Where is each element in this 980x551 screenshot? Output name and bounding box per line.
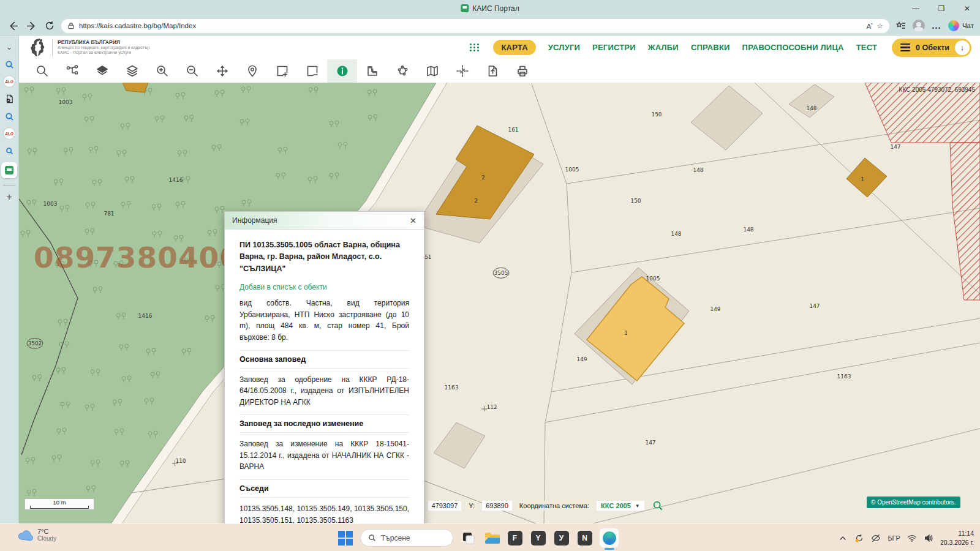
forward-button[interactable] bbox=[24, 19, 38, 32]
add-to-objects-link[interactable]: Добави в списък с обекти bbox=[239, 283, 409, 291]
taskbar-clock[interactable]: 11:14 20.3.2026 г. bbox=[940, 529, 974, 546]
sidebar-document-icon[interactable] bbox=[3, 92, 15, 105]
svg-text:161: 161 bbox=[508, 127, 518, 133]
section-last-amendment: Заповед за последно изменение Заповед за… bbox=[239, 414, 409, 473]
add-extent-tool-button[interactable] bbox=[267, 59, 297, 83]
coordinates-tool-button[interactable] bbox=[447, 59, 477, 83]
copilot-button[interactable]: Чат bbox=[948, 20, 974, 31]
overview-map-tool-button[interactable] bbox=[417, 59, 447, 83]
nav-zhalbi[interactable]: ЖАЛБИ bbox=[648, 43, 679, 52]
app-n-icon: N bbox=[578, 531, 592, 545]
map-canvas[interactable]: 1003141678110031416350211014016122100515… bbox=[19, 83, 980, 523]
x-coordinate-value: 4793097 bbox=[428, 501, 462, 511]
privacy-eye-icon[interactable] bbox=[871, 533, 881, 543]
svg-text:781: 781 bbox=[104, 211, 114, 217]
keyboard-language[interactable]: БГР bbox=[888, 534, 900, 542]
app-y-icon: Y bbox=[531, 531, 546, 545]
sidebar-divider bbox=[3, 185, 15, 186]
edge-browser-button[interactable] bbox=[600, 528, 619, 547]
address-bar[interactable]: https://kais.cadastre.bg/bg/Map/Index Aᵃ… bbox=[61, 19, 889, 33]
maximize-button[interactable]: ❐ bbox=[929, 0, 954, 17]
browser-menu-icon[interactable]: … bbox=[930, 19, 943, 32]
popup-close-icon[interactable]: ✕ bbox=[410, 216, 417, 225]
sidebar-search2-icon[interactable] bbox=[3, 110, 15, 122]
taskbar-search[interactable]: Търсене bbox=[360, 529, 453, 547]
app-f-button[interactable]: F bbox=[507, 530, 523, 546]
layers-tool-button[interactable] bbox=[87, 59, 117, 83]
sidebar-collapse-icon[interactable]: ⌄ bbox=[3, 40, 15, 53]
favorite-star-icon[interactable]: ☆ bbox=[877, 21, 883, 30]
print-tool-button[interactable] bbox=[507, 59, 537, 83]
wifi-icon[interactable] bbox=[907, 533, 917, 543]
collections-icon[interactable] bbox=[894, 19, 908, 32]
nav-karta[interactable]: КАРТА bbox=[493, 40, 535, 55]
remove-extent-tool-button[interactable] bbox=[297, 59, 327, 83]
network-tool-button[interactable] bbox=[57, 59, 87, 83]
svg-text:147: 147 bbox=[809, 303, 820, 309]
sync-icon[interactable] bbox=[854, 533, 864, 543]
sidebar-active-app[interactable] bbox=[1, 162, 17, 178]
start-button[interactable] bbox=[337, 530, 353, 546]
y-coordinate-value: 693890 bbox=[482, 501, 512, 511]
read-aloud-icon[interactable]: Aᵃ bbox=[867, 22, 873, 30]
export-tool-button[interactable] bbox=[477, 59, 507, 83]
cloud-icon bbox=[17, 528, 33, 542]
speaker-icon[interactable] bbox=[924, 533, 933, 543]
taskbar-weather[interactable]: 7°C Cloudy bbox=[17, 528, 56, 542]
app-u-icon: У bbox=[554, 531, 569, 545]
cadastral-map: 1003141678110031416350211014016122100515… bbox=[19, 83, 980, 523]
objects-button[interactable]: 0 Обекти ↓ bbox=[892, 39, 971, 57]
tray-expand-icon[interactable] bbox=[838, 533, 848, 543]
app-f-icon: F bbox=[508, 531, 522, 545]
sidebar-search-icon[interactable] bbox=[3, 58, 15, 70]
location-tool-button[interactable] bbox=[237, 59, 267, 83]
zoom-out-tool-button[interactable] bbox=[177, 59, 207, 83]
svg-text:147: 147 bbox=[890, 144, 900, 150]
profile-avatar[interactable] bbox=[913, 20, 925, 32]
sidebar-alo-icon[interactable]: ALO bbox=[4, 76, 15, 87]
svg-text:148: 148 bbox=[806, 105, 816, 111]
svg-text:148: 148 bbox=[743, 227, 753, 233]
app-n-button[interactable]: N bbox=[576, 530, 593, 546]
sidebar-alo2-icon[interactable]: ALO bbox=[4, 128, 15, 139]
measure-area-tool-button[interactable] bbox=[387, 59, 417, 83]
scale-bar-line bbox=[30, 506, 89, 509]
search-tool-button[interactable] bbox=[27, 59, 57, 83]
close-button[interactable]: ✕ bbox=[954, 0, 980, 17]
minimize-button[interactable]: — bbox=[903, 0, 929, 17]
back-button[interactable] bbox=[6, 19, 20, 32]
copilot-icon bbox=[948, 20, 959, 31]
app-y-button[interactable]: Y bbox=[530, 530, 546, 546]
osm-attribution: © OpenStreetMap contributors. bbox=[867, 497, 960, 508]
browser-tab[interactable]: КАИС Портал bbox=[461, 0, 519, 17]
section-neighbors: Съседи 10135.3505.148, 10135.3505.149, 1… bbox=[239, 479, 409, 523]
nav-test[interactable]: ТЕСТ bbox=[856, 43, 877, 52]
svg-text:2: 2 bbox=[481, 174, 485, 181]
reload-button[interactable] bbox=[43, 19, 56, 32]
app-u-button[interactable]: У bbox=[553, 530, 570, 546]
layer-stack-tool-button[interactable] bbox=[117, 59, 147, 83]
windows-logo-icon bbox=[338, 531, 353, 545]
file-explorer-button[interactable] bbox=[483, 530, 500, 546]
copilot-label: Чат bbox=[962, 22, 974, 29]
info-tool-button[interactable] bbox=[327, 59, 357, 83]
logo-divider bbox=[52, 39, 53, 56]
coordinate-search-icon[interactable] bbox=[652, 500, 663, 511]
edge-sidebar: ⌄ ALO ALO + bbox=[0, 36, 19, 523]
nav-pravosposobni-lica[interactable]: ПРАВОСПОСОБНИ ЛИЦА bbox=[742, 43, 844, 52]
measure-length-tool-button[interactable] bbox=[357, 59, 387, 83]
crs-select[interactable]: ККС 2005 ▼ bbox=[597, 501, 644, 511]
nav-spravki[interactable]: СПРАВКИ bbox=[691, 43, 730, 52]
site-header: РЕПУБЛИКА БЪЛГАРИЯ Агенция по геодезия, … bbox=[19, 36, 980, 59]
task-view-button[interactable] bbox=[460, 530, 477, 546]
nav-registri[interactable]: РЕГИСТРИ bbox=[592, 43, 636, 52]
info-popup-header[interactable]: Информация ✕ bbox=[225, 212, 424, 230]
apps-grid-icon[interactable] bbox=[470, 43, 480, 51]
zoom-in-tool-button[interactable] bbox=[147, 59, 177, 83]
download-arrow-button[interactable]: ↓ bbox=[955, 40, 970, 55]
sidebar-search3-icon[interactable] bbox=[3, 144, 15, 157]
pan-tool-button[interactable] bbox=[207, 59, 237, 83]
nav-uslugi[interactable]: УСЛУГИ bbox=[548, 43, 580, 52]
sidebar-add-icon[interactable]: + bbox=[3, 191, 15, 203]
hamburger-icon bbox=[900, 43, 910, 51]
